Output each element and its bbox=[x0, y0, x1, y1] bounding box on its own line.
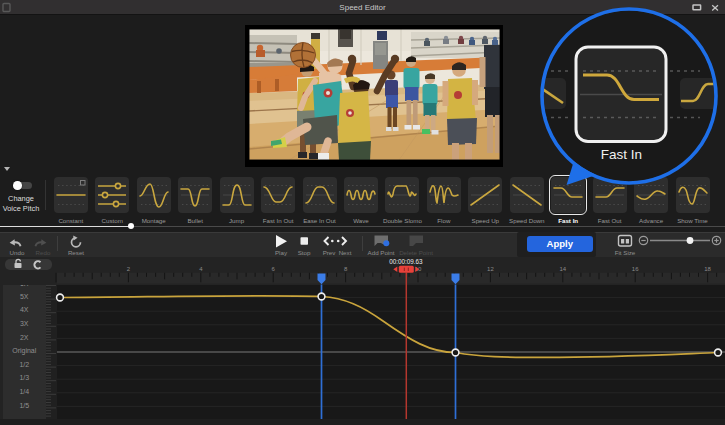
svg-text:Fast In: Fast In bbox=[601, 147, 642, 162]
